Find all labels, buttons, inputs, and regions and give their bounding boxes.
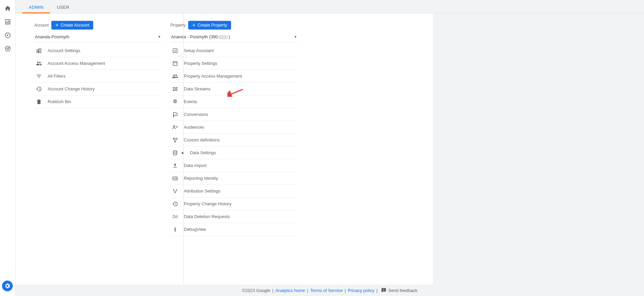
account-settings-item[interactable]: Account Settings bbox=[34, 44, 162, 57]
explore-icon[interactable] bbox=[4, 32, 11, 39]
footer-link-terms[interactable]: Terms of Service bbox=[310, 288, 343, 293]
create-property-button[interactable]: + Create Property bbox=[188, 21, 231, 30]
flag-icon bbox=[172, 111, 178, 118]
svg-rect-1 bbox=[7, 21, 8, 24]
trash-icon bbox=[36, 98, 42, 105]
svg-point-21 bbox=[173, 151, 177, 152]
svg-point-23 bbox=[174, 178, 175, 179]
audiences-item[interactable]: Audiences bbox=[170, 121, 298, 134]
copyright-text: ©2023 Google bbox=[242, 288, 270, 293]
svg-point-20 bbox=[174, 140, 176, 142]
svg-point-27 bbox=[176, 189, 177, 190]
filter-icon bbox=[36, 73, 42, 80]
svg-point-18 bbox=[173, 138, 175, 140]
create-account-button[interactable]: + Create Account bbox=[51, 21, 93, 30]
redacted-id bbox=[218, 35, 228, 39]
svg-point-4 bbox=[5, 46, 10, 51]
svg-rect-14 bbox=[176, 90, 177, 91]
chevron-down-icon: ▼ bbox=[294, 35, 297, 39]
svg-rect-6 bbox=[173, 49, 177, 53]
svg-point-19 bbox=[176, 138, 177, 140]
property-history-item[interactable]: Property Change History bbox=[170, 198, 298, 210]
collapse-knob[interactable]: ↔ bbox=[180, 54, 186, 60]
setup-assistant-item[interactable]: Setup Assistant bbox=[170, 44, 298, 57]
square-icon bbox=[172, 60, 178, 67]
content-area: ADMIN USER Account + Create Account Anan… bbox=[15, 0, 644, 296]
home-icon[interactable] bbox=[4, 5, 11, 12]
account-menu: Account Settings Account Access Manageme… bbox=[34, 44, 162, 108]
svg-point-29 bbox=[175, 227, 176, 228]
plus-icon: + bbox=[55, 23, 58, 28]
rubbish-bin-item[interactable]: Rubbish Bin bbox=[34, 95, 162, 108]
svg-point-5 bbox=[7, 48, 8, 50]
property-access-item[interactable]: Property Access Management bbox=[170, 70, 298, 83]
custom-definitions-item[interactable]: Custom definitions bbox=[170, 134, 298, 146]
people-icon bbox=[172, 73, 178, 80]
check-square-icon bbox=[172, 47, 178, 54]
footer: ©2023 Google | Analytics home | Terms of… bbox=[15, 285, 644, 296]
svg-point-32 bbox=[175, 230, 176, 231]
chevron-down-icon: ▼ bbox=[158, 35, 161, 39]
svg-rect-12 bbox=[175, 88, 177, 89]
property-settings-item[interactable]: Property Settings bbox=[170, 57, 298, 70]
svg-rect-11 bbox=[173, 88, 174, 89]
building-icon bbox=[36, 47, 42, 54]
send-feedback-button[interactable]: Send feedback bbox=[381, 288, 418, 293]
plus-icon: + bbox=[192, 23, 195, 28]
property-selector[interactable]: Ananda - Posimyth (390) ▼ bbox=[170, 32, 298, 42]
history-icon bbox=[36, 86, 42, 92]
reports-icon[interactable] bbox=[4, 18, 11, 26]
svg-rect-0 bbox=[6, 22, 7, 23]
advertising-icon[interactable] bbox=[4, 45, 11, 52]
svg-rect-22 bbox=[173, 177, 177, 180]
history-icon bbox=[172, 201, 178, 207]
upload-icon bbox=[172, 162, 178, 169]
column-divider: ↔ bbox=[183, 13, 183, 296]
account-column: Account + Create Account Ananda-Posimyth… bbox=[34, 21, 162, 296]
svg-rect-2 bbox=[8, 20, 9, 23]
attribution-icon bbox=[172, 188, 178, 195]
debugview-item[interactable]: DebugView bbox=[170, 223, 298, 236]
data-deletion-item[interactable]: Dd Data Deletion Requests bbox=[170, 210, 298, 223]
dd-icon: Dd bbox=[172, 213, 178, 220]
svg-rect-9 bbox=[173, 87, 175, 88]
reporting-identity-item[interactable]: Reporting Identity bbox=[170, 172, 298, 185]
identity-icon bbox=[172, 175, 178, 182]
footer-link-privacy[interactable]: Privacy policy bbox=[348, 288, 374, 293]
account-history-item[interactable]: Account Change History bbox=[34, 83, 162, 95]
admin-gear-button[interactable] bbox=[2, 281, 13, 291]
stream-icon bbox=[172, 86, 178, 92]
events-item[interactable]: Events bbox=[170, 95, 298, 108]
data-settings-item[interactable]: ▶ Data Settings bbox=[170, 146, 298, 159]
tab-admin[interactable]: ADMIN bbox=[22, 1, 50, 13]
footer-link-analytics-home[interactable]: Analytics home bbox=[275, 288, 305, 293]
custom-def-icon bbox=[172, 137, 178, 143]
svg-rect-10 bbox=[175, 87, 177, 88]
svg-rect-7 bbox=[173, 61, 177, 66]
account-access-item[interactable]: Account Access Management bbox=[34, 57, 162, 70]
tab-user[interactable]: USER bbox=[50, 1, 76, 13]
data-streams-item[interactable]: Data Streams bbox=[170, 83, 298, 95]
database-icon bbox=[172, 150, 178, 156]
svg-point-15 bbox=[173, 125, 175, 127]
account-selector[interactable]: Ananda-Posimyth ▼ bbox=[34, 32, 162, 42]
data-import-item[interactable]: Data Import bbox=[170, 159, 298, 172]
account-section-label: Account bbox=[34, 23, 49, 28]
debug-icon bbox=[172, 226, 178, 233]
all-filters-item[interactable]: All Filters bbox=[34, 70, 162, 83]
property-menu: Setup Assistant Property Settings Proper… bbox=[170, 44, 298, 236]
admin-tabs: ADMIN USER bbox=[15, 0, 644, 13]
left-nav-rail bbox=[0, 0, 15, 296]
admin-panel: Account + Create Account Ananda-Posimyth… bbox=[15, 13, 433, 296]
conversions-item[interactable]: Conversions bbox=[170, 108, 298, 121]
attribution-settings-item[interactable]: Attribution Settings bbox=[170, 185, 298, 198]
property-column: Property + Create Property Ananda - Posi… bbox=[170, 21, 298, 296]
svg-point-26 bbox=[173, 189, 174, 190]
people-icon bbox=[36, 60, 42, 67]
svg-rect-13 bbox=[173, 90, 175, 91]
event-icon bbox=[172, 98, 178, 105]
audience-icon bbox=[172, 124, 178, 131]
feedback-icon bbox=[381, 288, 386, 293]
